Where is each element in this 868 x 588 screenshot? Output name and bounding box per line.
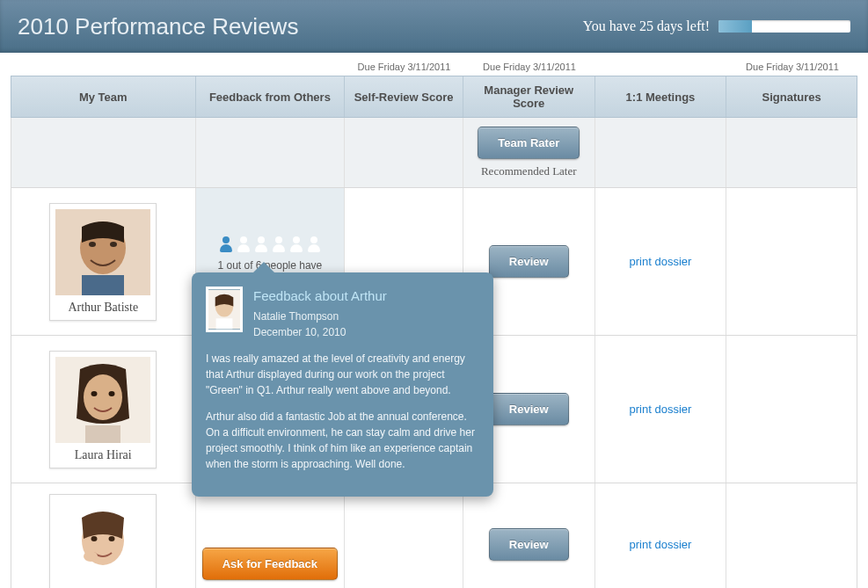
person-icon [237,236,251,252]
recommended-later-text: Recommended Later [467,164,591,178]
svg-point-3 [110,242,117,247]
col-signatures[interactable]: Signatures [726,76,857,117]
svg-point-6 [84,374,122,420]
days-left-widget: You have 25 days left! [583,18,850,34]
person-icon [219,236,233,252]
svg-point-2 [89,242,96,247]
print-dossier-link[interactable]: print dossier [630,255,692,268]
svg-point-13 [109,536,115,541]
avatar-card[interactable]: Laura Hirai [49,351,157,468]
svg-point-12 [91,536,98,541]
popup-title: Feedback about Arthur [253,287,387,307]
subheader-row: Team Rater Recommended Later [11,118,857,188]
svg-point-8 [109,391,115,396]
progress-fill [718,20,752,33]
avatar-image [55,357,150,443]
popup-date: December 10, 2010 [253,324,387,340]
due-date-row: Due Friday 3/11/2011 Due Friday 3/11/201… [11,62,857,76]
feedback-people-icons [219,236,321,252]
person-icon [307,236,321,252]
ask-feedback-button[interactable]: Ask for Feedback [202,548,338,580]
svg-rect-9 [85,425,120,443]
avatar-name: Arthur Batiste [55,301,150,315]
avatar-card[interactable]: Arthur Batiste [49,203,157,321]
app-header: 2010 Performance Reviews You have 25 day… [0,0,868,53]
table-header: My Team Feedback from Others Self-Review… [11,76,857,118]
print-dossier-link[interactable]: print dossier [630,538,692,551]
avatar-card[interactable] [49,494,157,588]
print-dossier-link[interactable]: print dossier [630,403,692,416]
popup-body: I was really amazed at the level of crea… [206,351,479,472]
days-left-text: You have 25 days left! [583,18,710,34]
person-icon [272,236,286,252]
page-title: 2010 Performance Reviews [18,13,583,40]
due-manager-review: Due Friday 3/11/2011 [463,62,595,72]
popup-author: Natalie Thompson [253,309,387,324]
person-icon [254,236,268,252]
col-my-team[interactable]: My Team [11,76,196,117]
popup-paragraph: Arthur also did a fantastic Job at the a… [206,409,479,472]
col-meetings[interactable]: 1:1 Meetings [595,76,727,117]
avatar-image [55,209,150,295]
svg-point-7 [91,391,98,396]
review-button[interactable]: Review [489,245,569,278]
col-feedback[interactable]: Feedback from Others [196,76,346,117]
due-signatures: Due Friday 3/11/2011 [727,62,857,72]
person-icon [289,236,303,252]
days-left-progress [718,20,850,33]
feedback-popup: Feedback about Arthur Natalie Thompson D… [192,272,493,497]
team-rater-button[interactable]: Team Rater [478,127,580,159]
review-button[interactable]: Review [489,528,569,561]
svg-point-14 [84,551,98,562]
col-self-score[interactable]: Self-Review Score [345,76,463,117]
table-row: Ask for Feedback Recommended Now Review … [11,483,857,588]
review-button[interactable]: Review [489,393,569,425]
due-self-review: Due Friday 3/11/2011 [345,62,463,72]
svg-rect-4 [82,275,124,295]
avatar-image [55,500,150,586]
popup-paragraph: I was really amazed at the level of crea… [206,351,479,398]
avatar-name: Laura Hirai [55,448,150,462]
popup-avatar-image [206,287,243,332]
svg-rect-17 [216,318,233,329]
col-manager-score[interactable]: Manager Review Score [463,76,595,117]
